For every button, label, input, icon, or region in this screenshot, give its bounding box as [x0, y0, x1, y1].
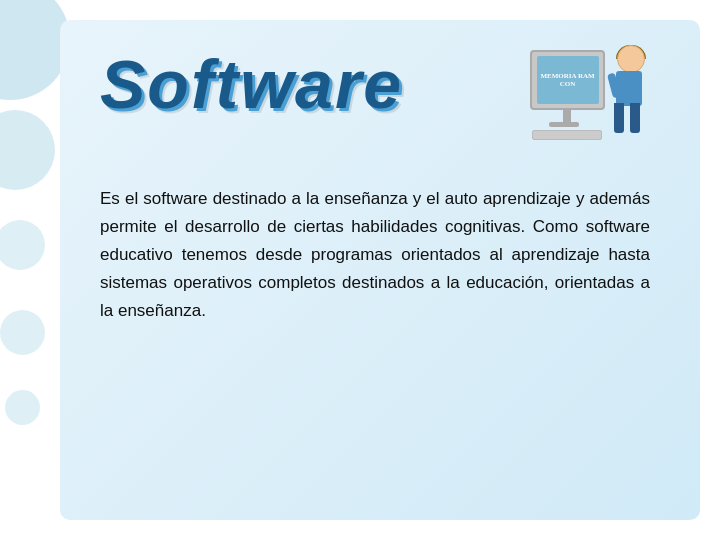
- content-area: Software MEMORIA RAM CON: [60, 20, 700, 520]
- kid-legs: [614, 103, 642, 137]
- kid-leg-right: [630, 103, 640, 133]
- kid-leg-left: [614, 103, 624, 133]
- monitor-stand: [563, 110, 571, 122]
- circle-3: [0, 220, 45, 270]
- kid-body: [616, 71, 642, 106]
- circle-2: [0, 110, 55, 190]
- body-text: Es el software destinado a la enseñanza …: [100, 185, 650, 325]
- page-title: Software: [100, 50, 403, 118]
- keyboard: [532, 130, 602, 140]
- screen-text: MEMORIA RAM CON: [537, 72, 599, 89]
- title-row: Software MEMORIA RAM CON: [100, 50, 650, 155]
- monitor-base: [549, 122, 579, 127]
- computer-illustration: MEMORIA RAM CON: [520, 45, 650, 155]
- circle-5: [5, 390, 40, 425]
- kid-head: [617, 45, 645, 73]
- monitor: MEMORIA RAM CON: [530, 50, 605, 110]
- kid-figure: [595, 45, 650, 150]
- circle-4: [0, 310, 45, 355]
- monitor-screen: MEMORIA RAM CON: [537, 56, 599, 104]
